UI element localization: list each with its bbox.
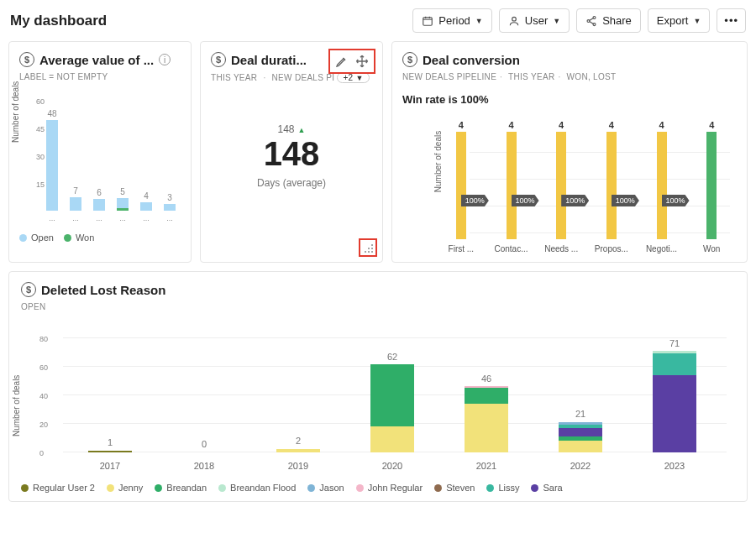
card-average-value: $ Average value of ... i LABEL = NOT EMP… [8,41,192,263]
deleted-lost-chart: 0 20 40 60 80 1 2017 0 2018 2 2019 62 20… [63,328,727,471]
swatch-won [64,234,71,242]
dollar-icon: $ [211,52,226,67]
svg-point-9 [368,248,370,249]
card-deleted-lost-reason: $ Deleted Lost Reason OPEN Number of dea… [8,271,748,502]
svg-point-7 [371,248,373,249]
trend-up-icon: ▲ [298,126,306,134]
resize-icon [364,243,374,253]
card-deal-duration: $ Deal durati... THIS YEAR NEW DEALS PI … [200,41,383,263]
move-icon [355,55,369,68]
share-icon [585,15,597,27]
share-button[interactable]: Share [576,8,641,33]
chart-legend: Open Won [19,232,181,243]
edit-button[interactable] [332,52,352,71]
user-icon [508,15,520,27]
page-title: My dashboard [10,13,107,29]
more-actions-button[interactable]: ••• [717,8,746,33]
card-subtitle: NEW DEALS PIPELINE THIS YEAR WON, LOST [402,72,737,81]
user-label: User [525,14,548,27]
caret-down-icon: ▼ [475,17,483,25]
svg-rect-0 [423,17,433,24]
y-axis-label: Number of deals [12,375,21,436]
resize-handle[interactable] [359,238,377,257]
kpi-caption: Days (average) [211,177,372,189]
svg-point-10 [371,244,373,246]
svg-point-5 [371,251,373,253]
caret-down-icon: ▼ [355,74,363,82]
dollar-icon: $ [19,52,34,67]
card-title: Deleted Lost Reason [41,283,165,297]
card-title: Deal durati... [231,53,307,67]
chart-legend: Regular User 2 Jenny Breandan Breandan F… [21,483,735,493]
conversion-chart: Number of deals 1 2 3 4 4100%First ... 4… [436,111,737,253]
card-deal-conversion: $ Deal conversion NEW DEALS PIPELINE THI… [391,41,748,263]
share-label: Share [602,14,632,27]
calendar-icon [422,15,433,27]
svg-point-6 [368,251,370,253]
svg-point-1 [512,17,516,21]
svg-point-8 [365,251,366,253]
toolbar: Period ▼ User ▼ Share Export ▼ ••• [412,8,746,33]
period-filter-button[interactable]: Period ▼ [412,8,492,33]
kpi-value: 148 [211,135,372,172]
info-icon[interactable]: i [159,54,171,65]
caret-down-icon: ▼ [553,17,560,25]
win-rate-summary: Win rate is 100% [402,93,737,106]
export-button[interactable]: Export ▼ [648,8,711,33]
period-label: Period [438,14,470,27]
card-title: Deal conversion [423,53,520,67]
card-subtitle: LABEL = NOT EMPTY [19,72,181,81]
swatch-open [19,234,27,242]
pencil-icon [335,55,349,68]
dollar-icon: $ [21,282,36,297]
card-action-highlight [328,49,375,74]
caret-down-icon: ▼ [693,17,701,25]
move-button[interactable] [352,52,372,71]
dashboard-header: My dashboard Period ▼ User ▼ Share Expor… [0,0,756,41]
average-value-chart: 48... 7... 6... 5... 4... 3... [45,97,181,222]
export-label: Export [657,14,689,27]
card-title: Average value of ... [39,53,154,67]
user-filter-button[interactable]: User ▼ [499,8,570,33]
ellipsis-icon: ••• [724,14,738,27]
dollar-icon: $ [402,52,417,67]
card-subtitle: OPEN [21,302,735,311]
kpi-trend: 148▲ [211,123,372,135]
y-axis-label: Number of deals [11,81,20,143]
